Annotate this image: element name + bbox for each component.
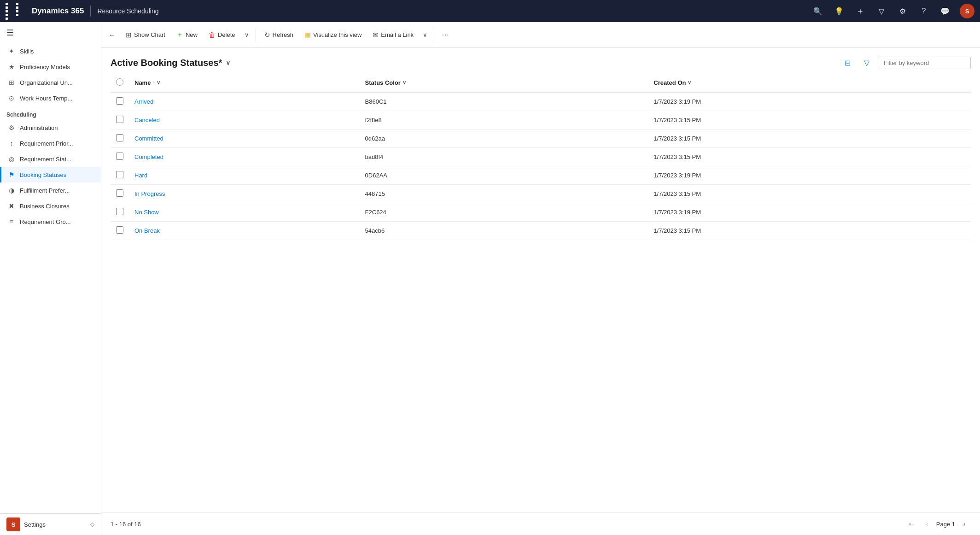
sidebar-item-org-units[interactable]: ⊞ Organizational Un... (0, 75, 101, 90)
refresh-label: Refresh (273, 31, 294, 38)
row-checkbox-cell (111, 203, 129, 222)
cell-name: Completed (129, 148, 360, 166)
settings-icon[interactable]: ⚙ (896, 5, 909, 18)
row-checkbox-4[interactable] (116, 171, 123, 178)
lightbulb-icon[interactable]: 💡 (833, 5, 846, 18)
col-created-sort[interactable]: Created On ∨ (653, 79, 965, 86)
sidebar-item-booking-statuses[interactable]: ⚑ Booking Statuses (0, 167, 101, 182)
email-link-button[interactable]: ✉ Email a Link (368, 28, 418, 42)
filter-view-button[interactable]: ▽ (859, 55, 874, 70)
delete-chevron-button[interactable]: ∨ (242, 29, 252, 41)
col-status-sort[interactable]: Status Color ∨ (365, 79, 643, 86)
prev-page-button[interactable]: ‹ (921, 517, 933, 530)
new-label: New (186, 31, 198, 38)
delete-button[interactable]: 🗑 Delete (204, 28, 240, 41)
email-chevron-button[interactable]: ∨ (420, 29, 430, 41)
view-header-actions: ⊟ ▽ (840, 55, 971, 70)
sidebar-item-label: Administration (20, 124, 58, 131)
next-page-button[interactable]: › (958, 517, 971, 530)
row-name-link-5[interactable]: In Progress (134, 190, 165, 197)
plus-icon[interactable]: ＋ (854, 5, 867, 18)
toolbar: ← ⊞ Show Chart ＋ New 🗑 Delete ∨ ↻ Refres… (101, 22, 980, 48)
row-checkbox-3[interactable] (116, 153, 123, 160)
chat-icon[interactable]: 💬 (939, 5, 951, 18)
refresh-button[interactable]: ↻ Refresh (260, 28, 298, 42)
top-nav: Dynamics 365 Resource Scheduling 🔍 💡 ＋ ▽… (0, 0, 980, 22)
col-created-label: Created On (653, 79, 686, 86)
show-chart-button[interactable]: ⊞ Show Chart (121, 28, 170, 42)
module-label: Resource Scheduling (97, 7, 811, 15)
proficiency-icon: ★ (8, 63, 15, 71)
sidebar-item-label: Requirement Stat... (20, 156, 71, 163)
new-button[interactable]: ＋ New (172, 28, 202, 42)
content-area: ← ⊞ Show Chart ＋ New 🗑 Delete ∨ ↻ Refres… (101, 22, 980, 535)
row-checkbox-cell (111, 92, 129, 111)
sidebar-bottom-settings[interactable]: S Settings ◇ (0, 513, 101, 535)
view-title-chevron-icon[interactable]: ∨ (226, 59, 230, 66)
table-row: Committed 0d62aa 1/7/2023 3:15 PM (111, 129, 971, 148)
org-icon: ⊞ (8, 79, 15, 86)
grid-layout-button[interactable]: ⊟ (840, 55, 855, 70)
sidebar-item-label: Skills (20, 48, 34, 55)
more-options-button[interactable]: ⋯ (438, 28, 453, 42)
row-name-link-1[interactable]: Canceled (134, 117, 160, 123)
table-body: Arrived B860C1 1/7/2023 3:19 PM Canceled… (111, 92, 971, 240)
row-checkbox-5[interactable] (116, 189, 123, 197)
cell-name: Canceled (129, 111, 360, 129)
sidebar-item-fulfillment[interactable]: ◑ Fulfillment Prefer... (0, 182, 101, 198)
sidebar-item-skills[interactable]: ✦ Skills (0, 43, 101, 59)
page-label: Page 1 (936, 521, 955, 528)
visualize-button[interactable]: ▦ Visualize this view (300, 28, 366, 42)
pagination-controls: ⇤ ‹ Page 1 › (905, 517, 971, 530)
table-row: On Break 54acb6 1/7/2023 3:15 PM (111, 222, 971, 240)
app-grid-icon[interactable] (6, 3, 25, 20)
table-row: Hard 0D62AA 1/7/2023 3:19 PM (111, 166, 971, 185)
sidebar-item-req-status[interactable]: ◎ Requirement Stat... (0, 151, 101, 167)
row-name-link-3[interactable]: Completed (134, 153, 163, 160)
row-checkbox-1[interactable] (116, 116, 123, 123)
search-icon[interactable]: 🔍 (811, 5, 824, 18)
sidebar-item-label: Business Closures (20, 203, 70, 210)
row-checkbox-cell (111, 222, 129, 240)
sidebar-item-req-priority[interactable]: ↕ Requirement Prior... (0, 135, 101, 151)
back-button[interactable]: ← (105, 28, 119, 41)
row-name-link-4[interactable]: Hard (134, 172, 147, 179)
row-checkbox-2[interactable] (116, 134, 123, 141)
cell-name: Arrived (129, 92, 360, 111)
row-checkbox-7[interactable] (116, 226, 123, 234)
cell-created-on: 1/7/2023 3:15 PM (648, 148, 971, 166)
cell-status-color: bad8f4 (360, 148, 648, 166)
row-checkbox-6[interactable] (116, 208, 123, 215)
visualize-icon: ▦ (304, 31, 311, 39)
row-checkbox-0[interactable] (116, 97, 123, 105)
filter-icon[interactable]: ▽ (875, 5, 888, 18)
col-name-sort[interactable]: Name ↑ ∨ (134, 79, 354, 86)
row-name-link-7[interactable]: On Break (134, 227, 160, 234)
table-row: No Show F2C624 1/7/2023 3:19 PM (111, 203, 971, 222)
avatar[interactable]: S (960, 4, 974, 18)
view-title: Active Booking Statuses* ∨ (111, 58, 230, 68)
filter-input[interactable] (879, 57, 971, 69)
view-title-text: Active Booking Statuses* (111, 58, 222, 68)
delete-icon: 🗑 (209, 31, 216, 39)
sidebar-item-req-groups[interactable]: ≡ Requirement Gro... (0, 214, 101, 229)
cell-status-color: 0D62AA (360, 166, 648, 185)
sidebar-item-administration[interactable]: ⚙ Administration (0, 120, 101, 135)
sidebar-item-work-hours[interactable]: ⊙ Work Hours Temp... (0, 90, 101, 106)
hamburger-icon[interactable]: ☰ (0, 22, 101, 43)
cell-created-on: 1/7/2023 3:15 PM (648, 129, 971, 148)
row-name-link-6[interactable]: No Show (134, 209, 159, 216)
email-label: Email a Link (381, 31, 414, 38)
created-sort-icon: ∨ (688, 80, 691, 86)
first-page-button[interactable]: ⇤ (905, 517, 918, 530)
help-icon[interactable]: ? (917, 5, 930, 18)
sidebar-item-business-closures[interactable]: ✖ Business Closures (0, 198, 101, 214)
sidebar-item-label: Proficiency Models (20, 64, 70, 71)
row-name-link-2[interactable]: Committed (134, 135, 163, 142)
scheduling-section-label: Scheduling (0, 106, 101, 120)
visualize-label: Visualize this view (313, 31, 362, 38)
row-name-link-0[interactable]: Arrived (134, 98, 153, 105)
select-all-checkbox[interactable] (116, 78, 123, 86)
sidebar-item-proficiency[interactable]: ★ Proficiency Models (0, 59, 101, 75)
delete-label: Delete (218, 31, 235, 38)
